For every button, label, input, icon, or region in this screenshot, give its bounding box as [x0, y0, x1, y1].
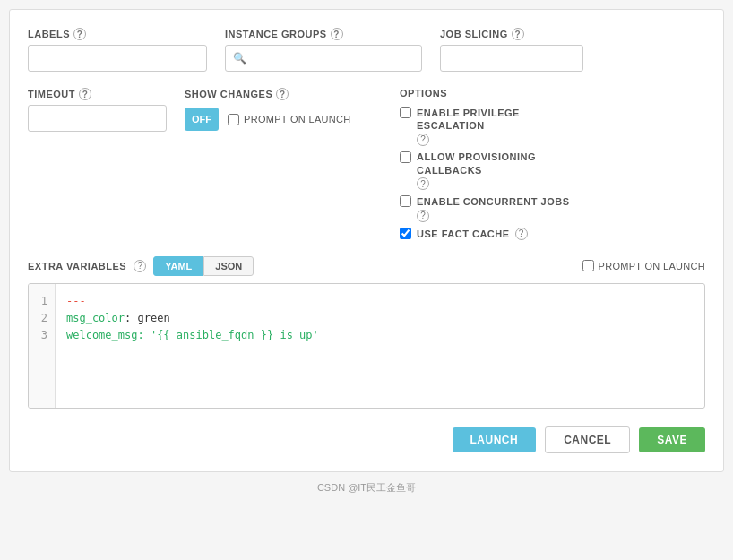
- allow-provisioning-checkbox[interactable]: [400, 151, 411, 163]
- labels-group: LABELS ?: [28, 28, 207, 72]
- code-line-1: ---: [66, 295, 86, 307]
- extra-var-prompt-checkbox[interactable]: [582, 260, 594, 271]
- options-label: OPTIONS: [400, 88, 705, 99]
- option-enable-privilege: ENABLE PRIVILEGE ESCALATION ?: [400, 107, 705, 146]
- show-changes-row: OFF PROMPT ON LAUNCH: [185, 108, 382, 131]
- code-content[interactable]: --- msg_color: green welcome_msg: '{{ an…: [56, 284, 704, 408]
- extra-var-left: EXTRA VARIABLES ? YAML JSON: [28, 256, 254, 276]
- code-line-2: msg_color: green: [66, 312, 170, 324]
- line-numbers: 1 2 3: [29, 284, 56, 408]
- option-allow-provisioning: ALLOW PROVISIONING CALLBACKS ?: [400, 151, 705, 191]
- use-fact-cache-checkbox[interactable]: [400, 228, 411, 239]
- allow-provisioning-text-line2: CALLBACKS: [400, 165, 705, 176]
- row-labels-instance-jobslicing: LABELS ? INSTANCE GROUPS ? 🔍 JOB SLICING…: [28, 28, 705, 72]
- watermark: CSDN @IT民工金鱼哥: [0, 481, 733, 495]
- option-callbacks-row: ALLOW PROVISIONING: [400, 151, 705, 163]
- use-fact-cache-help-icon[interactable]: ?: [515, 228, 528, 240]
- save-button[interactable]: SAVE: [639, 427, 705, 452]
- job-slicing-help-icon[interactable]: ?: [512, 28, 524, 40]
- line-num-1: 1: [36, 293, 47, 310]
- option-use-fact-cache: USE FACT CACHE ?: [400, 228, 705, 240]
- show-changes-label: SHOW CHANGES ?: [185, 88, 382, 100]
- code-editor[interactable]: 1 2 3 --- msg_color: green welcome_msg: …: [28, 283, 705, 409]
- job-slicing-label: JOB SLICING ?: [440, 28, 583, 40]
- option-privilege-row: ENABLE PRIVILEGE: [400, 107, 705, 118]
- labels-label: LABELS ?: [28, 28, 207, 40]
- allow-provisioning-help-icon[interactable]: ?: [417, 177, 429, 190]
- instance-groups-label: INSTANCE GROUPS ?: [225, 28, 422, 40]
- show-changes-group: SHOW CHANGES ? OFF PROMPT ON LAUNCH: [185, 88, 382, 131]
- enable-concurrent-help: ?: [400, 209, 705, 222]
- option-enable-concurrent: ENABLE CONCURRENT JOBS ?: [400, 195, 705, 222]
- extra-var-header: EXTRA VARIABLES ? YAML JSON PROMPT ON LA…: [28, 256, 705, 276]
- job-slicing-input[interactable]: 1: [441, 47, 583, 69]
- enable-privilege-help: ?: [400, 133, 705, 146]
- enable-privilege-help-icon[interactable]: ?: [417, 134, 429, 146]
- tab-yaml[interactable]: YAML: [153, 256, 203, 276]
- enable-concurrent-help-icon[interactable]: ?: [417, 210, 429, 222]
- show-changes-toggle[interactable]: OFF: [185, 108, 219, 131]
- extra-var-tab-group: YAML JSON: [153, 256, 254, 276]
- timeout-input[interactable]: 0: [29, 108, 167, 129]
- enable-privilege-checkbox[interactable]: [400, 107, 411, 118]
- instance-groups-group: INSTANCE GROUPS ? 🔍: [225, 28, 422, 72]
- job-slicing-group: JOB SLICING ? 1 ▲ ▼: [440, 28, 583, 72]
- option-concurrent-row: ENABLE CONCURRENT JOBS: [400, 195, 705, 207]
- options-section: ENABLE PRIVILEGE ESCALATION ? ALLOW PROV…: [400, 107, 705, 240]
- extra-var-prompt-wrap: PROMPT ON LAUNCH: [582, 260, 706, 271]
- main-form: LABELS ? INSTANCE GROUPS ? 🔍 JOB SLICING…: [9, 9, 724, 472]
- line-num-2: 2: [36, 310, 47, 327]
- allow-provisioning-help: ?: [400, 177, 705, 191]
- show-changes-prompt-checkbox[interactable]: [228, 114, 239, 125]
- use-fact-cache-text: USE FACT CACHE: [417, 228, 510, 239]
- timeout-input-wrap: 0 ▲ ▼: [28, 105, 167, 132]
- labels-input[interactable]: [28, 45, 207, 72]
- extra-variables-section: EXTRA VARIABLES ? YAML JSON PROMPT ON LA…: [28, 256, 705, 409]
- launch-button[interactable]: LAUNCH: [453, 427, 537, 452]
- options-group: OPTIONS ENABLE PRIVILEGE ESCALATION ?: [400, 88, 705, 240]
- enable-concurrent-text: ENABLE CONCURRENT JOBS: [417, 196, 570, 207]
- cancel-button[interactable]: CANCEL: [545, 426, 630, 453]
- extra-var-label: EXTRA VARIABLES: [28, 261, 126, 271]
- timeout-group: TIMEOUT ? 0 ▲ ▼: [28, 88, 167, 132]
- extra-var-prompt-label: PROMPT ON LAUNCH: [599, 261, 706, 271]
- instance-groups-help-icon[interactable]: ?: [331, 28, 343, 40]
- code-line-3: welcome_msg: '{{ ansible_fqdn }} is up': [66, 329, 319, 341]
- timeout-label: TIMEOUT ?: [28, 88, 167, 100]
- line-num-3: 3: [36, 327, 47, 344]
- enable-concurrent-checkbox[interactable]: [400, 195, 411, 207]
- labels-help-icon[interactable]: ?: [73, 28, 86, 40]
- tab-json[interactable]: JSON: [203, 256, 254, 276]
- instance-groups-input[interactable]: [251, 52, 414, 65]
- instance-groups-input-wrap: 🔍: [225, 45, 422, 72]
- allow-provisioning-text-line1: ALLOW PROVISIONING: [417, 151, 536, 162]
- show-changes-help-icon[interactable]: ?: [276, 88, 289, 100]
- footer-row: LAUNCH CANCEL SAVE: [28, 426, 705, 453]
- extra-var-help-icon[interactable]: ?: [134, 260, 146, 272]
- enable-privilege-text-line2: ESCALATION: [400, 120, 705, 131]
- timeout-help-icon[interactable]: ?: [79, 88, 91, 100]
- job-slicing-input-wrap: 1 ▲ ▼: [440, 45, 583, 72]
- option-fact-cache-row: USE FACT CACHE ?: [400, 228, 705, 240]
- enable-privilege-text-line1: ENABLE PRIVILEGE: [417, 108, 520, 118]
- show-changes-prompt-label: PROMPT ON LAUNCH: [244, 114, 351, 125]
- search-icon: 🔍: [233, 52, 246, 65]
- show-changes-prompt-wrap: PROMPT ON LAUNCH: [228, 114, 351, 125]
- row-timeout-showchanges-options: TIMEOUT ? 0 ▲ ▼ SHOW CHANGES ? OFF: [28, 88, 705, 240]
